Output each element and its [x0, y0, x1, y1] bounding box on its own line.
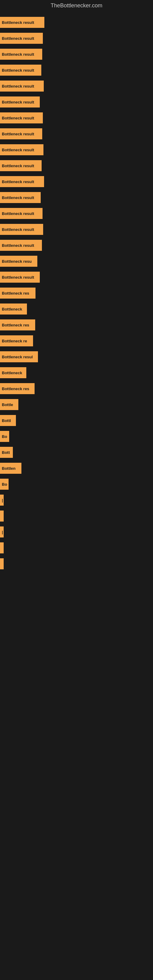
bar-row: Bottleneck resul: [0, 349, 153, 365]
bar-row: Bottleneck result: [0, 30, 153, 46]
bottleneck-bar: Bottleneck res: [0, 288, 35, 299]
bar-row: Bottleneck result: [0, 237, 153, 253]
bottleneck-bar: Bottleneck result: [0, 65, 41, 76]
bottleneck-bar: Bottleneck: [0, 367, 26, 378]
bar-row: Bott: [0, 444, 153, 460]
site-title: TheBottlenecker.com: [0, 0, 153, 11]
bottleneck-bar: [0, 511, 4, 522]
bottleneck-bar: Bottleneck res: [0, 383, 35, 394]
bottleneck-bar: Bottleneck result: [0, 49, 42, 60]
bottleneck-bar: Bottleneck result: [0, 97, 40, 108]
bottleneck-bar: Bottleneck result: [0, 176, 44, 187]
bar-row: Bottleneck result: [0, 46, 153, 62]
bar-row: Bottleneck: [0, 365, 153, 381]
bar-row: [0, 508, 153, 524]
bottleneck-bar: Bottl: [0, 415, 16, 426]
bar-row: Bottleneck res: [0, 317, 153, 333]
bar-row: Bottleneck res: [0, 381, 153, 396]
bar-row: Bottleneck result: [0, 173, 153, 189]
bar-row: |: [0, 524, 153, 540]
bottleneck-bar: |: [0, 527, 4, 538]
bar-row: Bottle: [0, 396, 153, 412]
bar-row: Bottleneck result: [0, 14, 153, 30]
bar-row: Bottleneck result: [0, 205, 153, 221]
bottleneck-bar: Bottleneck resu: [0, 256, 37, 267]
bar-row: Bottleneck re: [0, 333, 153, 349]
bottleneck-bar: Bottleneck: [0, 304, 27, 315]
bar-row: Bottleneck result: [0, 269, 153, 285]
bar-row: [0, 540, 153, 556]
bottleneck-bar: Bottleneck result: [0, 160, 41, 171]
bottleneck-bar: Bottleneck re: [0, 335, 33, 346]
bottleneck-bar: Bott: [0, 447, 13, 458]
bar-row: Bottlen: [0, 460, 153, 476]
bottleneck-bar: Bo: [0, 479, 9, 490]
bar-row: Bottleneck result: [0, 94, 153, 110]
bottleneck-bar: Bottleneck resul: [0, 351, 38, 362]
bar-row: Bottleneck result: [0, 221, 153, 237]
bottleneck-bar: Bottleneck result: [0, 224, 43, 235]
bottleneck-bar: Bottleneck result: [0, 112, 43, 123]
bottleneck-bar: Bottleneck result: [0, 128, 42, 139]
bar-row: [0, 556, 153, 572]
bar-row: |: [0, 492, 153, 508]
bottleneck-bar: Bottleneck result: [0, 240, 42, 251]
bar-row: Bottleneck result: [0, 78, 153, 94]
bar-row: Bottleneck result: [0, 189, 153, 205]
bar-row: Bottl: [0, 412, 153, 428]
bottleneck-bar: |: [0, 495, 4, 506]
bar-row: Bottleneck result: [0, 62, 153, 78]
bottleneck-bar: Bottleneck result: [0, 192, 41, 203]
bottleneck-bar: [0, 558, 4, 569]
bottleneck-bar: Bottle: [0, 399, 18, 410]
bottleneck-bar: [0, 542, 4, 554]
bar-row: Bottleneck result: [0, 142, 153, 158]
bottleneck-bar: Bottleneck result: [0, 208, 43, 219]
bar-row: Bottleneck res: [0, 285, 153, 301]
bar-row: Bo: [0, 428, 153, 444]
bottleneck-bar: Bo: [0, 431, 9, 442]
bar-row: Bo: [0, 476, 153, 492]
bottleneck-bar: Bottleneck result: [0, 81, 44, 92]
bar-row: Bottleneck: [0, 301, 153, 317]
bottleneck-bar: Bottlen: [0, 463, 21, 474]
bar-row: Bottleneck result: [0, 158, 153, 173]
bar-row: Bottleneck result: [0, 110, 153, 126]
bottleneck-bar: Bottleneck result: [0, 144, 43, 155]
bars-container: Bottleneck resultBottleneck resultBottle…: [0, 11, 153, 575]
bottleneck-bar: Bottleneck result: [0, 17, 45, 28]
bar-row: Bottleneck result: [0, 126, 153, 142]
bottleneck-bar: Bottleneck res: [0, 320, 35, 331]
bottleneck-bar: Bottleneck result: [0, 33, 43, 44]
bottleneck-bar: Bottleneck result: [0, 272, 40, 283]
bar-row: Bottleneck resu: [0, 253, 153, 269]
